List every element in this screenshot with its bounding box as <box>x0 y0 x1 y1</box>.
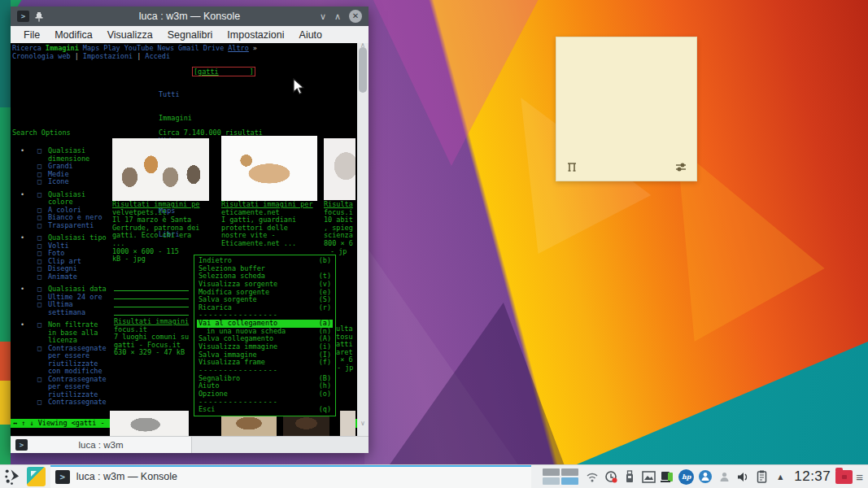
menu-segnalibri[interactable]: Segnalibri <box>168 29 213 41</box>
filter-header[interactable]: Qualsiasi colore <box>48 191 107 207</box>
search-options-label[interactable]: Search Options <box>12 129 71 137</box>
checkbox-icon[interactable]: □ <box>37 147 48 163</box>
result-site[interactable]: focus.i <box>324 209 356 217</box>
result-image-cat-lying[interactable] <box>221 136 317 201</box>
result-snippet: I gatti, guardiani protettori delle nost… <box>221 216 313 247</box>
volume-icon[interactable] <box>735 469 750 484</box>
clock[interactable]: 12:37 <box>794 468 831 485</box>
wifi-icon[interactable] <box>585 469 600 484</box>
thumbnail-grey-cat[interactable] <box>110 411 189 436</box>
checkbox-icon[interactable]: □ <box>37 273 48 281</box>
thumbnail-partial[interactable] <box>340 411 355 436</box>
menu-aiuto[interactable]: Aiuto <box>299 29 323 41</box>
bullet: • <box>20 285 24 294</box>
empty-form-field[interactable] <box>114 307 189 316</box>
checkbox-icon[interactable]: □ <box>37 399 48 407</box>
maximize-button[interactable]: ∧ <box>334 12 341 21</box>
filter-option[interactable]: Contrassegnate <box>48 399 107 407</box>
filter-group-color: • □Qualsiasi colore □A colori □Bianco e … <box>20 191 110 230</box>
filter-option[interactable]: Trasparenti <box>48 222 107 230</box>
usb-device-icon[interactable] <box>622 469 637 484</box>
nav-impostazioni[interactable]: Impostazioni <box>83 53 133 61</box>
nav-cronologia[interactable]: Cronologia web <box>12 53 71 61</box>
filter-option[interactable]: Animate <box>48 273 107 281</box>
taskbar: > luca : w3m — Konsole <box>0 464 868 488</box>
result-image-white-cat[interactable] <box>324 138 355 200</box>
tray-expander-icon[interactable]: ▲ <box>773 469 787 484</box>
red-folder-icon[interactable] <box>835 470 853 484</box>
filter-option[interactable]: Contrassegnate per essere riutilizzate <box>48 376 107 399</box>
konsole-app-icon: > <box>17 11 29 22</box>
konsole-window: > luca : w3m — Konsole ∨ ∧ ✕ File Modifi… <box>11 7 369 452</box>
filter-option[interactable]: Ultima settimana <box>48 301 107 316</box>
tab-immagini[interactable]: Immagini <box>159 115 192 122</box>
menu-file[interactable]: File <box>24 29 40 41</box>
nav-link[interactable]: Gmail <box>178 45 199 53</box>
bullet: • <box>20 147 24 155</box>
checkbox-icon[interactable]: □ <box>37 321 48 345</box>
result-snippet-line: 10 abit <box>324 216 356 224</box>
user-session-icon[interactable] <box>698 469 713 484</box>
minimize-button[interactable]: ∨ <box>320 12 326 21</box>
nav-link[interactable]: Drive <box>203 45 225 53</box>
empty-form-field[interactable] <box>114 283 189 291</box>
filter-option[interactable]: Contrassegnate per essere riutilizzate c… <box>48 345 107 376</box>
filter-header[interactable]: Non filtrate in base alla licenza <box>48 321 107 345</box>
menu-modifica[interactable]: Modifica <box>55 29 93 41</box>
note-format-icon[interactable] <box>566 162 578 172</box>
folder-view-icon[interactable] <box>27 467 46 486</box>
sticky-note[interactable] <box>556 37 697 181</box>
scroll-down-icon[interactable]: ∨ <box>357 420 369 428</box>
task-button-konsole[interactable]: > luca : w3m — Konsole <box>50 465 532 488</box>
close-button[interactable]: ✕ <box>349 10 362 23</box>
checkbox-icon[interactable]: □ <box>37 178 48 186</box>
menu-impostazioni[interactable]: Impostazioni <box>227 29 284 41</box>
result-image-kittens[interactable] <box>112 138 209 201</box>
checkbox-icon[interactable]: □ <box>37 301 48 316</box>
pin-icon[interactable] <box>34 11 44 22</box>
tab-tutti[interactable]: Tutti <box>159 91 192 98</box>
konsole-tab[interactable]: > luca : w3m <box>11 437 192 453</box>
checkbox-icon[interactable]: □ <box>37 222 48 230</box>
result-meta: 1000 × 600 - 115 kB - jpg <box>112 248 182 264</box>
app-launcher-icon[interactable] <box>3 467 24 486</box>
bullet: • <box>20 321 24 329</box>
desktop-1[interactable] <box>543 468 560 476</box>
result-snippet-line: scienza <box>324 232 356 240</box>
virtual-desktop-pager[interactable] <box>543 468 578 485</box>
checkbox-icon[interactable]: □ <box>37 191 48 207</box>
result-link[interactable]: Risulta <box>324 201 356 209</box>
scrollbar-thumb[interactable] <box>359 47 367 93</box>
empty-form-field[interactable] <box>114 299 189 307</box>
terminal-scrollbar[interactable]: ∧ ∨ <box>357 43 369 436</box>
separator: | <box>137 53 141 61</box>
note-settings-icon[interactable] <box>675 162 687 172</box>
desktop: > luca : w3m — Konsole ∨ ∧ ✕ File Modifi… <box>0 0 868 488</box>
titlebar[interactable]: > luca : w3m — Konsole ∨ ∧ ✕ <box>11 7 369 26</box>
result-eticamente: Risultati immagini per eticamente.net I … <box>221 201 313 248</box>
user-inactive-icon[interactable] <box>717 469 731 484</box>
checkbox-icon[interactable]: □ <box>37 345 48 376</box>
screenshot-icon[interactable] <box>641 469 656 484</box>
empty-form-field[interactable] <box>114 291 189 299</box>
terminal[interactable]: Ricerca Immagini Maps Play YouTube News … <box>11 43 369 436</box>
hp-device-icon[interactable]: hp <box>678 469 694 485</box>
konsole-tab-icon: > <box>15 439 28 451</box>
filter-group-license: • □Non filtrate in base alla licenza □Co… <box>20 321 110 407</box>
menu-item-esci[interactable]: Esci(q) <box>197 406 333 414</box>
clipboard-icon[interactable] <box>754 469 769 484</box>
filter-header[interactable]: Qualsiasi dimensione <box>48 147 107 163</box>
desktop-3[interactable] <box>543 477 560 485</box>
checkbox-icon[interactable]: □ <box>37 376 48 399</box>
menu-visualizza[interactable]: Visualizza <box>107 29 153 41</box>
desktop-4-active[interactable] <box>561 477 578 485</box>
filter-option[interactable]: Icone <box>48 178 107 186</box>
konsole-task-icon: > <box>55 470 70 484</box>
result-snippet: 7 luoghi comuni su gatti - Focus.it <box>114 333 190 349</box>
panel-menu-icon[interactable]: ≡ <box>856 470 863 484</box>
battery-icon[interactable] <box>660 469 674 484</box>
search-input[interactable]: [gatti] <box>192 67 255 76</box>
desktop-2[interactable] <box>561 468 578 476</box>
updates-icon[interactable] <box>604 469 618 484</box>
nav-link-altro[interactable]: Altro <box>228 45 249 53</box>
